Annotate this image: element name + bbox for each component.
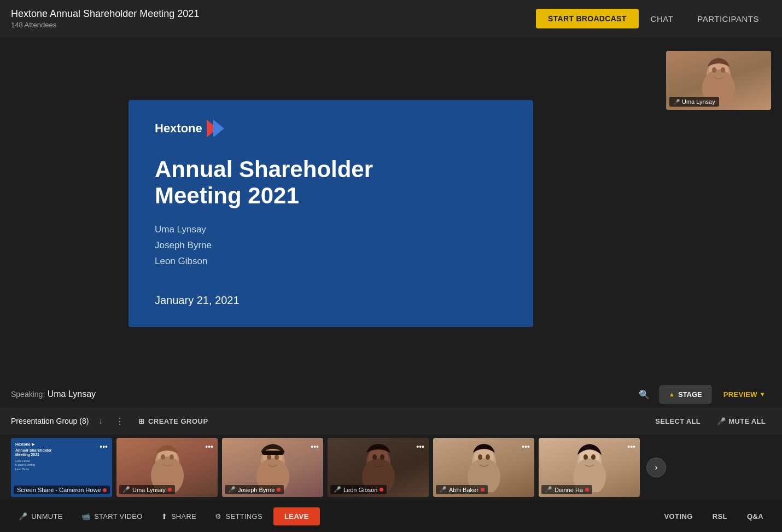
presenter-2: Joseph Byrne [155,238,507,254]
svg-point-22 [380,454,384,460]
presenter-1: Uma Lynsay [155,222,507,238]
rsl-button[interactable]: RSL [705,508,735,525]
leon-name: Leon Gibson [343,487,377,493]
svg-point-21 [372,454,377,460]
svg-point-10 [161,454,165,460]
speaker-name-badge: 🎤 Uma Lynsay [669,97,719,107]
thumb-names: Colis FosterK.olsan FlemingLeon Burns [15,459,108,472]
thumb-slide-title: Annual ShareholderMeeting 2021 [15,448,108,458]
dianne-more-button[interactable]: ••• [626,441,637,452]
share-button[interactable]: ⬆ SHARE [154,508,205,525]
toolbar-left: 🎤 UNMUTE 📹 START VIDEO ⬆ SHARE ⚙ SETTING… [11,507,320,525]
qa-button[interactable]: Q&A [739,508,771,525]
svg-point-6 [721,67,725,73]
dianne-name: Dianne Ha [555,487,583,493]
preview-button[interactable]: PREVIEW ▼ [718,386,771,403]
presenter-3: Leon Gibson [155,254,507,270]
share-icon: ⬆ [161,512,167,521]
meeting-title: Hextone Annual Shareholder Meeting 2021 [11,8,199,20]
group-icon: ⊞ [138,417,145,425]
svg-point-31 [583,454,588,460]
chevron-down-icon: ▼ [760,391,766,397]
more-options-button[interactable]: ⋮ [112,414,127,429]
mute-icon: 🎤 [717,417,726,425]
header-left: Hextone Annual Shareholder Meeting 2021 … [11,8,199,29]
dianne-recording [585,488,589,492]
mic-icon: 🎤 [673,99,680,105]
uma-name: Uma Lynsay [132,487,166,493]
participants-right: SELECT ALL 🎤 MUTE ALL [650,414,771,429]
select-all-button[interactable]: SELECT ALL [650,414,706,429]
attendee-count: 148 Attendees [11,21,199,29]
svg-point-27 [486,454,490,460]
svg-point-26 [478,454,482,460]
settings-label: SETTINGS [226,512,262,521]
header: Hextone Annual Shareholder Meeting 2021 … [0,0,782,37]
speaking-info: Speaking: Uma Lynsay [11,389,96,399]
start-video-label: START VIDEO [94,512,143,521]
stage-label: STAGE [678,390,702,399]
voting-button[interactable]: VOTING [656,508,700,525]
next-participants-button[interactable]: › [646,458,666,477]
create-group-button[interactable]: ⊞ CREATE GROUP [134,415,212,428]
stage-button[interactable]: ▲ STAGE [660,385,711,404]
participants-button[interactable]: PARTICIPANTS [685,9,771,29]
dianne-thumb: ••• 🎤 Dianne Ha [539,438,640,497]
create-group-label: CREATE GROUP [148,417,208,425]
mic-icon-joseph: 🎤 [228,486,236,493]
abhi-badge: 🎤 Abhi Baker [436,485,488,494]
svg-marker-1 [213,120,224,137]
joseph-name: Joseph Byrne [238,487,275,493]
toolbar-right: VOTING RSL Q&A [656,508,771,525]
uma-thumb: ••• 🎤 Uma Lynsay [116,438,218,497]
mute-all-button[interactable]: 🎤 MUTE ALL [711,414,771,429]
speaker-video: 🎤 Uma Lynsay [666,51,771,110]
presentation-slide: Hextone Annual ShareholderMeeting 2021 U… [129,100,533,327]
recording-indicator [103,488,107,492]
participants-bar: Presentation Group (8) ↓ ⋮ ⊞ CREATE GROU… [0,407,782,435]
abhi-name: Abhi Baker [449,487,478,493]
logo-arrow-icon [207,120,224,137]
mic-icon-abhi: 🎤 [439,486,447,493]
screenshare-more-button[interactable]: ••• [98,441,109,452]
leave-button[interactable]: LEAVE [273,507,320,525]
chat-button[interactable]: CHAT [639,9,686,29]
svg-point-32 [591,454,596,460]
leon-more-button[interactable]: ••• [415,441,425,452]
svg-point-15 [267,454,271,460]
svg-point-11 [170,454,174,460]
sort-button[interactable]: ↓ [95,414,106,428]
joseph-thumb: ••• 🎤 Joseph Byrne [222,438,323,497]
screenshare-thumb: ••• Hextone ▶ Annual ShareholderMeeting … [11,438,112,497]
gear-icon: ⚙ [215,512,221,521]
svg-point-5 [712,67,716,73]
preview-label: PREVIEW [723,390,757,399]
unmute-button[interactable]: 🎤 UNMUTE [11,508,71,525]
dianne-badge: 🎤 Dianne Ha [541,485,592,494]
joseph-more-button[interactable]: ••• [310,441,320,452]
slide-date: January 21, 2021 [155,294,507,307]
slide-title: Annual ShareholderMeeting 2021 [155,156,507,209]
svg-rect-17 [262,451,284,455]
share-label: SHARE [171,512,196,521]
start-video-button[interactable]: 📹 START VIDEO [74,508,150,525]
leon-recording [380,488,383,492]
uma-more-button[interactable]: ••• [204,441,214,452]
group-label: Presentation Group (8) [11,417,89,425]
settings-button[interactable]: ⚙ SETTINGS [207,508,270,525]
speaking-name: Uma Lynsay [48,389,96,399]
abhi-more-button[interactable]: ••• [521,441,531,452]
speaking-controls: 🔍 ▲ STAGE PREVIEW ▼ [635,385,771,404]
video-icon: 📹 [81,512,90,521]
start-broadcast-button[interactable]: START BROADCAST [536,9,638,28]
search-button[interactable]: 🔍 [635,386,653,403]
unmute-label: UNMUTE [31,512,62,521]
joseph-recording [277,488,281,492]
speaker-name: Uma Lynsay [682,98,715,105]
leon-thumb: ••• 🎤 Leon Gibson [328,438,429,497]
main-area: Hextone Annual ShareholderMeeting 2021 U… [0,37,782,381]
speaking-bar: Speaking: Uma Lynsay 🔍 ▲ STAGE PREVIEW ▼ [0,381,782,407]
logo-text: Hextone [155,121,202,136]
uma-recording [168,488,172,492]
slide-logo: Hextone [155,120,507,137]
